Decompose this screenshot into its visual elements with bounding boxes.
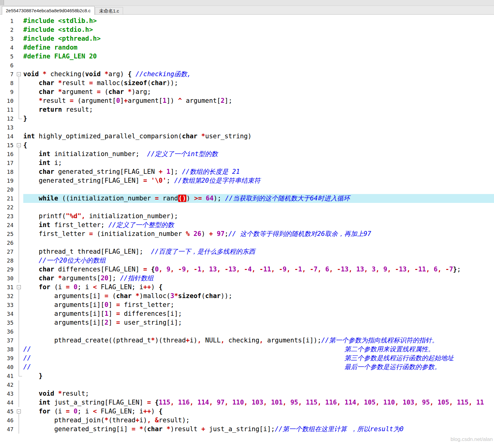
line-number[interactable]: 23 (0, 212, 15, 221)
code-text[interactable]: printf("%d", initialization_number); (23, 212, 494, 221)
code-text[interactable]: // 第三个参数是线程运行函数的起始地址 (23, 354, 494, 363)
code-text[interactable]: pthread_t thread[FLAG_LEN]; //百度了一下，是什么多… (23, 247, 494, 256)
code-text[interactable]: void *result; (23, 389, 494, 398)
line-number[interactable]: 32 (0, 292, 15, 301)
line-number[interactable]: 9 (0, 88, 15, 96)
line-number[interactable]: 5 (0, 52, 15, 61)
line-number[interactable]: 36 (0, 327, 15, 336)
line-number[interactable]: 28 (0, 256, 15, 265)
code-text[interactable]: generated_string[i] = *(char *)result + … (23, 425, 494, 434)
line-number[interactable]: 12 (0, 114, 15, 123)
code-text[interactable]: generated_string[FLAG_LEN] = '\0'; //数组第… (23, 176, 494, 185)
code-text[interactable]: #include <stdio.h> (23, 25, 494, 34)
code-text[interactable]: #define random (23, 43, 494, 52)
fold-toggle-icon[interactable]: - (17, 409, 21, 413)
code-text[interactable]: #include <pthread.h> (23, 34, 494, 43)
code-text[interactable]: int first_letter; //定义了一个整型的数 (23, 221, 494, 230)
code-text[interactable]: *result = (argument[0]+argument[1]) ^ ar… (23, 96, 494, 105)
code-text[interactable]: } (23, 371, 494, 380)
line-number[interactable]: 21 (0, 194, 15, 203)
code-text[interactable] (23, 123, 494, 132)
line-number[interactable]: 1 (0, 17, 15, 25)
line-number[interactable]: 30 (0, 274, 15, 283)
code-text[interactable]: // 最后一个参数是运行函数的参数。 (23, 363, 494, 371)
code-text[interactable] (23, 238, 494, 247)
code-text[interactable]: int i; (23, 159, 494, 167)
line-number[interactable]: 16 (0, 150, 15, 159)
line-number[interactable]: 45 (0, 407, 15, 416)
code-text[interactable]: pthread_create((pthread_t*)(thread+i), N… (23, 336, 494, 345)
code-text[interactable]: char *arguments[20]; //指针数组 (23, 274, 494, 283)
line-number[interactable]: 19 (0, 176, 15, 185)
code-text[interactable] (23, 185, 494, 194)
code-text[interactable]: int just_a_string[FLAG_LEN] = {115, 116,… (23, 398, 494, 407)
code-text[interactable]: return result; (23, 105, 494, 114)
line-number[interactable]: 6 (0, 61, 15, 70)
line-number[interactable]: 15 (0, 141, 15, 150)
line-number[interactable]: 7 (0, 70, 15, 79)
line-number[interactable]: 25 (0, 230, 15, 238)
code-text[interactable]: #define FLAG_LEN 20 (23, 52, 494, 61)
code-text[interactable] (23, 380, 494, 389)
code-text[interactable]: pthread_join(*(thread+i), &result); (23, 416, 494, 425)
code-text[interactable]: arguments[i][2] = user_string[i]; (23, 318, 494, 327)
line-number[interactable]: 22 (0, 203, 15, 212)
code-text[interactable]: for (i = 0; i < FLAG_LEN; i++) { (23, 283, 494, 292)
line-number[interactable]: 4 (0, 43, 15, 52)
code-text[interactable] (23, 327, 494, 336)
line-number[interactable]: 33 (0, 301, 15, 309)
code-text[interactable]: } (23, 114, 494, 123)
line-number[interactable]: 44 (0, 398, 15, 407)
line-number[interactable]: 13 (0, 123, 15, 132)
code-text[interactable]: while ((initialization_number = rand()) … (23, 194, 494, 203)
code-text[interactable]: char *result = malloc(sizeof(char)); (23, 79, 494, 88)
code-text[interactable]: int highly_optimized_parallel_comparsion… (23, 132, 494, 141)
line-number[interactable]: 20 (0, 185, 15, 194)
line-number[interactable]: 37 (0, 336, 15, 345)
line-number[interactable]: 41 (0, 371, 15, 380)
line-number[interactable]: 46 (0, 416, 15, 425)
code-text[interactable]: arguments[i] = (char *)malloc(3*sizeof(c… (23, 292, 494, 301)
line-number[interactable]: 42 (0, 380, 15, 389)
line-number[interactable]: 29 (0, 265, 15, 274)
line-number[interactable]: 10 (0, 96, 15, 105)
line-number[interactable]: 34 (0, 309, 15, 318)
line-number[interactable]: 39 (0, 354, 15, 363)
code-text[interactable] (23, 61, 494, 70)
line-number[interactable]: 2 (0, 25, 15, 34)
code-text[interactable]: char *argument = (char *)arg; (23, 88, 494, 96)
line-number[interactable]: 38 (0, 345, 15, 354)
line-number[interactable]: 14 (0, 132, 15, 141)
code-text[interactable]: first_letter = (initialization_number % … (23, 230, 494, 238)
code-text[interactable]: arguments[i][1] = differences[i]; (23, 309, 494, 318)
code-text[interactable] (23, 203, 494, 212)
code-text[interactable]: for (i = 0; i < FLAG_LEN; i++) { (23, 407, 494, 416)
tab-0[interactable]: 2e554730887e4ebca5a8e9d04658b2c8.c (2, 6, 95, 15)
code-text[interactable]: #include <stdlib.h> (23, 17, 494, 25)
line-number[interactable]: 11 (0, 105, 15, 114)
code-editor[interactable]: 1#include <stdlib.h>2#include <stdio.h>3… (0, 15, 494, 434)
line-number[interactable]: 35 (0, 318, 15, 327)
fold-toggle-icon[interactable]: - (17, 72, 21, 76)
code-text[interactable]: int initialization_number; //定义了一个int型的数 (23, 150, 494, 159)
line-number[interactable]: 43 (0, 389, 15, 398)
line-number[interactable]: 27 (0, 247, 15, 256)
code-text[interactable]: { (23, 141, 494, 150)
line-number[interactable]: 18 (0, 167, 15, 176)
line-number[interactable]: 3 (0, 34, 15, 43)
tab-1[interactable]: 未命名1.c (95, 7, 123, 14)
fold-toggle-icon[interactable]: - (17, 285, 21, 289)
code-text[interactable]: void * checking(void *arg) { //checking函… (23, 70, 494, 79)
fold-toggle-icon[interactable]: - (17, 143, 21, 147)
code-text[interactable]: //一个20位大小的数组 (23, 256, 494, 265)
line-number[interactable]: 31 (0, 283, 15, 292)
line-number[interactable]: 40 (0, 363, 15, 371)
code-text[interactable]: // 第二个参数用来设置线程属性。 (23, 345, 494, 354)
line-number[interactable]: 47 (0, 425, 15, 434)
line-number[interactable]: 26 (0, 238, 15, 247)
line-number[interactable]: 17 (0, 159, 15, 167)
code-text[interactable]: arguments[i][0] = first_letter; (23, 301, 494, 309)
line-number[interactable]: 24 (0, 221, 15, 230)
code-text[interactable]: char generated_string[FLAG_LEN + 1]; //数… (23, 167, 494, 176)
line-number[interactable]: 8 (0, 79, 15, 88)
